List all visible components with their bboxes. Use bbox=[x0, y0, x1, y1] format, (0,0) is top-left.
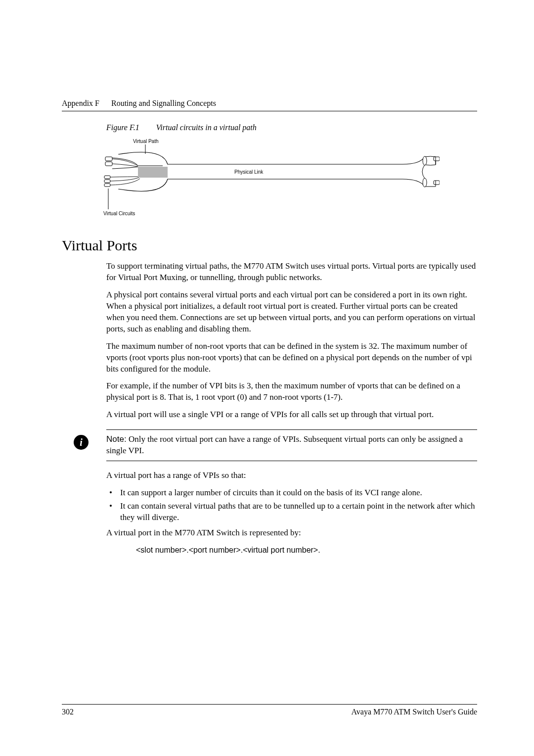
svg-rect-8 bbox=[434, 157, 440, 161]
paragraph: The maximum number of non-root vports th… bbox=[106, 341, 477, 375]
svg-rect-4 bbox=[104, 176, 110, 179]
body-content-after-note: A virtual port has a range of VPIs so th… bbox=[106, 470, 477, 555]
header-rule bbox=[62, 111, 477, 111]
section-heading-virtual-ports: Virtual Ports bbox=[62, 237, 477, 254]
figure-title: Virtual circuits in a virtual path bbox=[156, 123, 257, 132]
body-content: To support terminating virtual paths, th… bbox=[106, 261, 477, 421]
bullet-list: •It can support a larger number of circu… bbox=[106, 487, 477, 523]
footer-rule bbox=[62, 704, 477, 705]
virtual-path-diagram: Virtual Path Physical Link Virtual Circu… bbox=[103, 137, 440, 223]
info-icon: i bbox=[74, 435, 89, 450]
list-item: •It can contain several virtual paths th… bbox=[106, 501, 477, 523]
paragraph: A physical port contains several virtual… bbox=[106, 289, 477, 335]
svg-rect-6 bbox=[104, 184, 110, 187]
doc-title: Avaya M770 ATM Switch User's Guide bbox=[351, 708, 477, 716]
appendix-label: Appendix F bbox=[62, 99, 99, 108]
note-rule-bottom bbox=[106, 461, 477, 461]
paragraph: To support terminating virtual paths, th… bbox=[106, 261, 477, 284]
page-footer: 302 Avaya M770 ATM Switch User's Guide bbox=[62, 704, 477, 716]
figure-caption: Figure F.1 Virtual circuits in a virtual… bbox=[106, 123, 477, 132]
note-label: Note: bbox=[106, 434, 127, 444]
figure-number: Figure F.1 bbox=[106, 123, 139, 132]
list-item-text: It can contain several virtual paths tha… bbox=[120, 501, 477, 523]
list-item: •It can support a larger number of circu… bbox=[106, 487, 477, 499]
paragraph: A virtual port in the M770 ATM Switch is… bbox=[106, 527, 477, 539]
svg-rect-3 bbox=[105, 162, 112, 166]
svg-rect-9 bbox=[434, 181, 440, 185]
syntax-line: <slot number>.<port number>.<virtual por… bbox=[136, 545, 477, 556]
note-icon-wrap: i bbox=[62, 434, 106, 450]
svg-rect-5 bbox=[104, 180, 110, 183]
note-block: i Note: Only the root virtual port can h… bbox=[62, 429, 477, 461]
paragraph: A virtual port has a range of VPIs so th… bbox=[106, 470, 477, 481]
label-virtual-path: Virtual Path bbox=[133, 139, 159, 144]
svg-rect-7 bbox=[138, 167, 168, 178]
page-number: 302 bbox=[62, 708, 74, 716]
note-body: Only the root virtual port can have a ra… bbox=[106, 434, 463, 455]
paragraph: For example, if the number of VPI bits i… bbox=[106, 380, 477, 403]
svg-point-11 bbox=[423, 178, 427, 187]
list-item-text: It can support a larger number of circui… bbox=[120, 487, 422, 499]
svg-rect-2 bbox=[105, 157, 112, 161]
svg-point-10 bbox=[423, 156, 427, 165]
running-header: Appendix F Routing and Signalling Concep… bbox=[62, 99, 477, 108]
label-virtual-circuits: Virtual Circuits bbox=[103, 211, 135, 216]
note-text: Note: Only the root virtual port can hav… bbox=[106, 434, 477, 457]
paragraph: A virtual port will use a single VPI or … bbox=[106, 409, 477, 421]
label-physical-link: Physical Link bbox=[234, 169, 264, 175]
chapter-title: Routing and Signalling Concepts bbox=[111, 99, 216, 108]
